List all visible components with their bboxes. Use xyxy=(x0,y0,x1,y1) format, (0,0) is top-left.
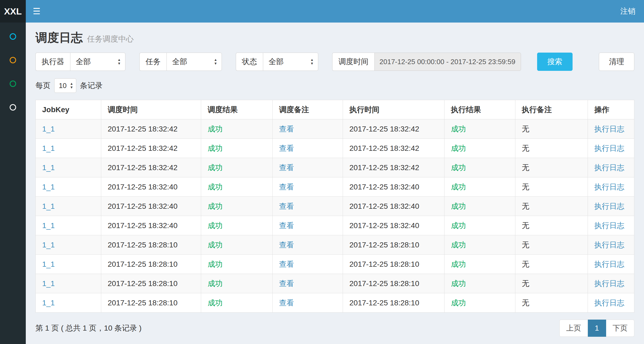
time-range-input[interactable] xyxy=(374,53,521,71)
prev-page-button[interactable]: 上页 xyxy=(559,320,588,337)
executor-select[interactable]: 全部 ▲ ▼ xyxy=(70,53,125,71)
view-remark-link[interactable]: 查看 xyxy=(279,279,294,288)
view-remark-link[interactable]: 查看 xyxy=(279,144,294,152)
sidebar-item-job-manage[interactable] xyxy=(0,48,26,72)
column-header: 执行备注 xyxy=(515,100,588,119)
exec-result: 成功 xyxy=(451,260,466,268)
view-remark-link[interactable]: 查看 xyxy=(279,202,294,210)
clear-button[interactable]: 清理 xyxy=(599,53,634,71)
exec-log-link[interactable]: 执行日志 xyxy=(594,125,624,133)
jobkey-link[interactable]: 1_1 xyxy=(42,260,55,268)
exec-time-cell: 2017-12-25 18:28:10 xyxy=(343,255,444,274)
view-remark-link[interactable]: 查看 xyxy=(279,241,294,249)
table-row: 1_12017-12-25 18:32:42成功查看2017-12-25 18:… xyxy=(36,158,634,177)
next-page-button[interactable]: 下页 xyxy=(606,320,634,337)
view-remark-link[interactable]: 查看 xyxy=(279,163,294,172)
jobkey-link-cell: 1_1 xyxy=(36,255,101,274)
arrow-up-icon: ▲ xyxy=(70,82,73,86)
exec-time-cell: 2017-12-25 18:32:40 xyxy=(343,197,444,216)
dispatch-time-cell: 2017-12-25 18:28:10 xyxy=(101,293,201,313)
view-remark-link-cell: 查看 xyxy=(273,197,343,216)
exec-log-link[interactable]: 执行日志 xyxy=(594,241,624,249)
dispatch-time: 2017-12-25 18:32:40 xyxy=(108,202,178,210)
exec-log-link[interactable]: 执行日志 xyxy=(594,202,624,210)
exec-log-link[interactable]: 执行日志 xyxy=(594,163,624,172)
table-row: 1_12017-12-25 18:28:10成功查看2017-12-25 18:… xyxy=(36,255,634,274)
jobkey-link[interactable]: 1_1 xyxy=(42,202,55,210)
jobkey-link[interactable]: 1_1 xyxy=(42,279,55,288)
exec-result: 成功 xyxy=(451,279,466,288)
jobkey-link[interactable]: 1_1 xyxy=(42,241,55,249)
exec-time: 2017-12-25 18:32:40 xyxy=(349,221,419,230)
jobkey-link[interactable]: 1_1 xyxy=(42,299,55,307)
dispatch-result-cell: 成功 xyxy=(201,274,273,293)
view-remark-link[interactable]: 查看 xyxy=(279,221,294,230)
exec-remark-cell: 无 xyxy=(515,255,588,274)
exec-log-link[interactable]: 执行日志 xyxy=(594,260,624,268)
exec-result: 成功 xyxy=(451,299,466,307)
page-size-select[interactable]: 10 ▲ ▼ xyxy=(54,78,76,93)
sidebar-toggle-icon[interactable]: ☰ xyxy=(33,7,41,16)
jobkey-link[interactable]: 1_1 xyxy=(42,144,55,152)
log-table-body: 1_12017-12-25 18:32:42成功查看2017-12-25 18:… xyxy=(36,119,634,313)
sidebar-item-executor-manage[interactable] xyxy=(0,96,26,119)
dispatch-time: 2017-12-25 18:32:42 xyxy=(108,125,178,133)
executor-filter-group: 执行器 全部 ▲ ▼ xyxy=(35,53,125,71)
table-row: 1_12017-12-25 18:32:40成功查看2017-12-25 18:… xyxy=(36,177,634,197)
jobkey-link-cell: 1_1 xyxy=(36,197,101,216)
exec-log-link[interactable]: 执行日志 xyxy=(594,299,624,307)
exec-remark: 无 xyxy=(522,260,529,268)
exec-log-link[interactable]: 执行日志 xyxy=(594,183,624,191)
view-remark-link[interactable]: 查看 xyxy=(279,125,294,133)
filter-toolbar: 执行器 全部 ▲ ▼ 任务 全部 ▲ ▼ xyxy=(35,53,634,71)
exec-remark: 无 xyxy=(522,183,529,191)
table-row: 1_12017-12-25 18:32:40成功查看2017-12-25 18:… xyxy=(36,197,634,216)
view-remark-link[interactable]: 查看 xyxy=(279,183,294,191)
sidebar-item-dashboard[interactable] xyxy=(0,25,26,48)
page-number-button[interactable]: 1 xyxy=(588,320,606,337)
jobkey-link-cell: 1_1 xyxy=(36,158,101,177)
jobkey-link-cell: 1_1 xyxy=(36,235,101,255)
column-header: 执行结果 xyxy=(444,100,515,119)
exec-result: 成功 xyxy=(451,221,466,230)
column-header: JobKey xyxy=(36,100,101,119)
logout-link[interactable]: 注销 xyxy=(620,6,635,16)
status-select[interactable]: 全部 ▲ ▼ xyxy=(263,53,318,71)
content-area: 调度日志 任务调度中心 执行器 全部 ▲ ▼ 任务 全部 xyxy=(26,23,644,344)
search-button[interactable]: 搜索 xyxy=(537,53,573,71)
view-remark-link[interactable]: 查看 xyxy=(279,299,294,307)
table-row: 1_12017-12-25 18:32:42成功查看2017-12-25 18:… xyxy=(36,119,634,139)
table-head: JobKey调度时间调度结果调度备注执行时间执行结果执行备注操作 xyxy=(36,100,634,119)
navbar-main: ☰ 注销 xyxy=(26,0,644,23)
jobkey-link-cell: 1_1 xyxy=(36,293,101,313)
exec-log-link[interactable]: 执行日志 xyxy=(594,279,624,288)
app-logo[interactable]: XXL xyxy=(0,0,26,23)
exec-log-link-cell: 执行日志 xyxy=(588,197,634,216)
column-header: 执行时间 xyxy=(343,100,444,119)
jobkey-link[interactable]: 1_1 xyxy=(42,125,55,133)
exec-result-cell: 成功 xyxy=(444,274,515,293)
exec-result: 成功 xyxy=(451,125,466,133)
time-filter-group: 调度时间 xyxy=(332,53,521,71)
dispatch-time-cell: 2017-12-25 18:32:42 xyxy=(101,119,201,139)
exec-log-link[interactable]: 执行日志 xyxy=(594,221,624,230)
view-remark-link-cell: 查看 xyxy=(273,216,343,235)
jobkey-link[interactable]: 1_1 xyxy=(42,221,55,230)
dispatch-result: 成功 xyxy=(208,144,223,152)
dispatch-result-cell: 成功 xyxy=(201,158,273,177)
table-footer: 第 1 页 ( 总共 1 页，10 条记录 ) 上页 1 下页 xyxy=(35,320,634,337)
view-remark-link[interactable]: 查看 xyxy=(279,260,294,268)
dispatch-result: 成功 xyxy=(208,221,223,230)
exec-result-cell: 成功 xyxy=(444,139,515,158)
job-select[interactable]: 全部 ▲ ▼ xyxy=(167,53,222,71)
exec-log-link[interactable]: 执行日志 xyxy=(594,144,624,152)
exec-time-cell: 2017-12-25 18:32:42 xyxy=(343,139,444,158)
page-title: 调度日志 xyxy=(35,31,83,45)
jobkey-link[interactable]: 1_1 xyxy=(42,163,55,172)
jobkey-link[interactable]: 1_1 xyxy=(42,183,55,191)
exec-result-cell: 成功 xyxy=(444,255,515,274)
exec-time-cell: 2017-12-25 18:32:40 xyxy=(343,216,444,235)
exec-remark-cell: 无 xyxy=(515,216,588,235)
dispatch-result-cell: 成功 xyxy=(201,235,273,255)
sidebar-item-dispatch-log[interactable] xyxy=(0,72,26,96)
